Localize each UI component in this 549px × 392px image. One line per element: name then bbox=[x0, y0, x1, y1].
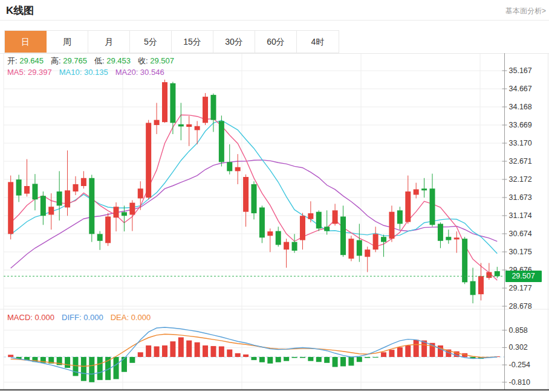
macd-bar bbox=[81, 357, 86, 381]
kline-chart[interactable]: 35.16734.66734.16833.66933.17032.67132.1… bbox=[0, 53, 549, 392]
macd-bar bbox=[259, 357, 265, 362]
candle-body bbox=[348, 239, 354, 259]
tab-日[interactable]: 日 bbox=[5, 31, 47, 53]
candle-body bbox=[252, 184, 257, 213]
readout-value: 30.135 bbox=[82, 68, 108, 77]
macd-bar bbox=[381, 352, 386, 357]
macd-bar bbox=[8, 355, 13, 357]
candle-body bbox=[41, 196, 46, 216]
candle-body bbox=[235, 167, 241, 172]
candle-body bbox=[397, 210, 403, 223]
readout-value: 0.000 bbox=[129, 313, 151, 322]
tab-4时[interactable]: 4时 bbox=[297, 31, 339, 53]
tab-月[interactable]: 月 bbox=[88, 31, 130, 53]
macd-bar bbox=[203, 345, 208, 357]
candle-body bbox=[8, 182, 13, 234]
macd-bar bbox=[97, 357, 103, 380]
macd-bar bbox=[138, 352, 143, 357]
ma-readout: MA5: 29.397MA10: 30.135MA20: 30.546 bbox=[0, 68, 164, 77]
page-title: K线图 bbox=[6, 4, 34, 18]
readout-label: 收: bbox=[138, 56, 148, 65]
candle-body bbox=[146, 123, 151, 198]
macd-bar bbox=[178, 337, 184, 357]
macd-bar bbox=[122, 357, 127, 372]
macd-bar bbox=[170, 341, 175, 357]
macd-bar bbox=[316, 357, 322, 362]
macd-bar bbox=[243, 355, 249, 357]
macd-bar bbox=[284, 357, 289, 361]
macd-bar bbox=[65, 357, 70, 368]
candle-body bbox=[446, 237, 451, 240]
macd-bar bbox=[333, 357, 338, 367]
macd-bar bbox=[405, 345, 411, 357]
macd-bar bbox=[340, 357, 346, 366]
candle-body bbox=[316, 212, 322, 229]
candle-body bbox=[170, 83, 175, 123]
candle-body bbox=[65, 190, 70, 207]
candle-body bbox=[300, 216, 305, 240]
ohlc-readout: 开: 29.645高: 29.765低: 29.453收: 29.507 bbox=[0, 56, 174, 66]
macd-bar bbox=[162, 345, 167, 357]
macd-bar bbox=[186, 341, 192, 357]
readout-label: MACD: bbox=[7, 313, 33, 322]
readout-label: 开: bbox=[7, 56, 18, 65]
candle-body bbox=[438, 224, 443, 241]
tab-周[interactable]: 周 bbox=[47, 31, 88, 53]
macd-bar bbox=[438, 345, 443, 357]
candle-body bbox=[373, 234, 378, 249]
macd-bar bbox=[146, 345, 151, 357]
macd-bar bbox=[389, 350, 394, 357]
macd-bar bbox=[252, 357, 257, 360]
candle-body bbox=[105, 217, 111, 243]
readout-label: 高: bbox=[51, 56, 61, 65]
candle-body bbox=[357, 240, 362, 256]
candle-body bbox=[292, 242, 297, 251]
candle-body bbox=[324, 227, 330, 231]
macd-bar bbox=[357, 357, 362, 362]
readout-label: MA20: bbox=[115, 68, 138, 77]
candle-body bbox=[162, 82, 167, 122]
candle-body bbox=[405, 191, 411, 222]
macd-bar bbox=[235, 353, 241, 357]
readout-value: 29.453 bbox=[105, 56, 131, 65]
current-price-badge: 29.507 bbox=[505, 271, 542, 282]
macd-bar bbox=[129, 357, 135, 363]
tab-bar: 日周月5分15分30分60分4时 bbox=[4, 30, 339, 53]
candle-body bbox=[421, 188, 427, 190]
fundamental-analysis-link[interactable]: 基本面分析> bbox=[505, 6, 546, 16]
tab-30分[interactable]: 30分 bbox=[213, 31, 255, 53]
tab-5分[interactable]: 5分 bbox=[130, 31, 172, 53]
header: K线图 基本面分析> bbox=[0, 0, 549, 21]
candle-body bbox=[129, 203, 135, 215]
readout-value: 29.507 bbox=[148, 56, 174, 65]
readout-value: 30.546 bbox=[138, 68, 164, 77]
readout-label: DIFF: bbox=[62, 313, 82, 322]
candle-body bbox=[259, 207, 265, 237]
candle-body bbox=[430, 188, 435, 225]
candle-body bbox=[219, 121, 224, 162]
readout-value: 29.397 bbox=[25, 68, 51, 77]
macd-axis-label: 0.302 bbox=[509, 343, 528, 352]
macd-bar bbox=[365, 357, 370, 358]
price-axis-label: 34.168 bbox=[509, 103, 532, 111]
candle-body bbox=[203, 97, 208, 123]
macd-bar bbox=[373, 357, 378, 358]
macd-bar bbox=[73, 357, 78, 376]
price-axis-label: 29.177 bbox=[509, 284, 532, 292]
price-axis-label: 31.673 bbox=[509, 193, 532, 202]
readout-value: 0.000 bbox=[33, 313, 54, 322]
candle-body bbox=[454, 237, 460, 239]
candle-body bbox=[470, 281, 476, 295]
tab-15分[interactable]: 15分 bbox=[172, 31, 213, 53]
candle-body bbox=[57, 191, 62, 205]
price-axis-label: 32.172 bbox=[509, 175, 532, 184]
price-axis-label: 32.671 bbox=[509, 157, 532, 165]
candle-body bbox=[243, 177, 249, 212]
macd-bar bbox=[267, 357, 273, 364]
macd-bar bbox=[324, 357, 330, 363]
readout-label: MA10: bbox=[59, 68, 82, 77]
tab-60分[interactable]: 60分 bbox=[255, 31, 297, 53]
candle-body bbox=[495, 271, 500, 276]
readout-value: 0.000 bbox=[82, 313, 103, 322]
macd-bar bbox=[114, 357, 119, 379]
